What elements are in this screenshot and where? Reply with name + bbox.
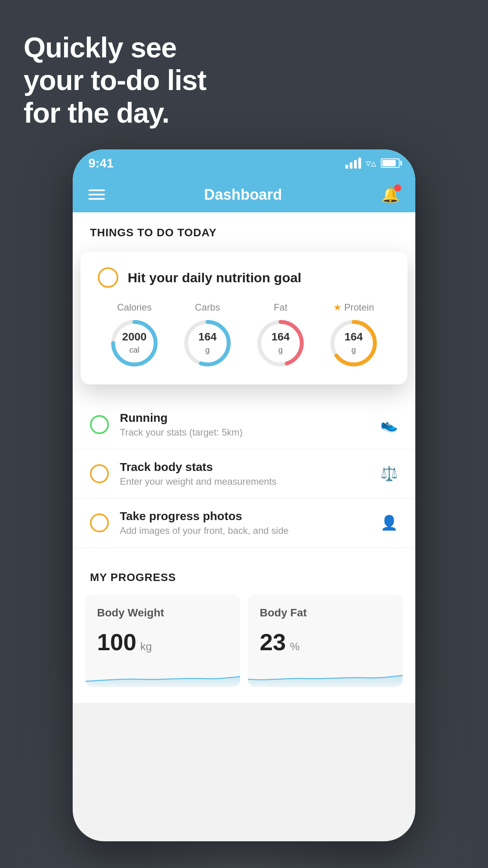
card-title-row: Hit your daily nutrition goal xyxy=(98,267,390,288)
running-title: Running xyxy=(120,411,369,425)
nutrition-carbs: Carbs 164 g xyxy=(182,302,233,369)
body-fat-value: 23 xyxy=(260,629,286,656)
body-weight-card[interactable]: Body Weight 100 kg xyxy=(85,595,240,687)
fat-label: Fat xyxy=(274,302,288,313)
progress-cards: Body Weight 100 kg xyxy=(73,595,415,703)
nutrition-row: Calories 2000 cal Carbs xyxy=(98,302,390,369)
protein-circle: 164 g xyxy=(328,318,379,369)
carbs-circle: 164 g xyxy=(182,318,233,369)
phone-mockup: 9:41 ▿▵ Dashboard 🔔 THINGS TO DO TOD xyxy=(73,149,415,841)
notification-bell[interactable]: 🔔 xyxy=(381,186,400,203)
todo-item-running[interactable]: Running Track your stats (target: 5km) 👟 xyxy=(73,400,415,449)
body-weight-value-row: 100 kg xyxy=(97,629,228,656)
task-circle-nutrition[interactable] xyxy=(98,267,118,288)
status-bar: 9:41 ▿▵ xyxy=(73,149,415,177)
battery-icon xyxy=(381,158,400,168)
fat-circle: 164 g xyxy=(255,318,306,369)
body-weight-chart xyxy=(85,664,240,687)
body-stats-circle xyxy=(90,464,109,483)
fat-value: 164 g xyxy=(272,331,290,355)
calories-value: 2000 cal xyxy=(122,331,147,355)
progress-header: MY PROGRESS xyxy=(73,571,415,595)
hero-text: Quickly see your to-do list for the day. xyxy=(24,31,206,129)
todo-list: Running Track your stats (target: 5km) 👟… xyxy=(73,400,415,548)
nav-title: Dashboard xyxy=(204,186,282,203)
body-stats-subtitle: Enter your weight and measurements xyxy=(120,476,369,487)
wifi-icon: ▿▵ xyxy=(366,157,376,169)
nutrition-protein: ★ Protein 164 g xyxy=(328,302,379,369)
content-area: THINGS TO DO TODAY Hit your daily nutrit… xyxy=(73,212,415,703)
protein-label-row: ★ Protein xyxy=(333,302,374,313)
photos-subtitle: Add images of your front, back, and side xyxy=(120,525,369,536)
nutrition-calories: Calories 2000 cal xyxy=(109,302,160,369)
body-stats-title: Track body stats xyxy=(120,460,369,474)
body-fat-unit: % xyxy=(290,640,300,653)
running-icon: 👟 xyxy=(380,416,398,433)
body-stats-text: Track body stats Enter your weight and m… xyxy=(120,460,369,487)
hero-line3: for the day. xyxy=(24,97,206,129)
calories-label: Calories xyxy=(117,302,152,313)
progress-section: MY PROGRESS Body Weight 100 kg xyxy=(73,555,415,703)
card-title: Hit your daily nutrition goal xyxy=(128,270,301,285)
hero-line2: your to-do list xyxy=(24,64,206,97)
signal-icon xyxy=(345,158,361,169)
photos-title: Take progress photos xyxy=(120,509,369,523)
photos-text: Take progress photos Add images of your … xyxy=(120,509,369,536)
body-fat-title: Body Fat xyxy=(260,607,391,619)
things-header: THINGS TO DO TODAY xyxy=(73,212,415,247)
hamburger-menu[interactable] xyxy=(88,189,105,200)
body-weight-title: Body Weight xyxy=(97,607,228,619)
protein-label: Protein xyxy=(344,302,374,313)
protein-value: 164 g xyxy=(345,331,363,355)
carbs-label: Carbs xyxy=(195,302,220,313)
body-fat-value-row: 23 % xyxy=(260,629,391,656)
running-text: Running Track your stats (target: 5km) xyxy=(120,411,369,438)
nutrition-card: Hit your daily nutrition goal Calories 2… xyxy=(81,252,407,384)
calories-circle: 2000 cal xyxy=(109,318,160,369)
protein-star: ★ xyxy=(333,302,342,313)
body-fat-chart xyxy=(248,664,403,687)
scale-icon: ⚖️ xyxy=(380,465,398,482)
hero-line1: Quickly see xyxy=(24,31,206,64)
todo-item-body-stats[interactable]: Track body stats Enter your weight and m… xyxy=(73,449,415,498)
nav-bar: Dashboard 🔔 xyxy=(73,177,415,212)
nutrition-fat: Fat 164 g xyxy=(255,302,306,369)
running-circle xyxy=(90,415,109,434)
body-fat-card[interactable]: Body Fat 23 % xyxy=(248,595,403,687)
running-subtitle: Track your stats (target: 5km) xyxy=(120,427,369,438)
todo-item-photos[interactable]: Take progress photos Add images of your … xyxy=(73,498,415,548)
status-time: 9:41 xyxy=(88,156,114,171)
person-icon: 👤 xyxy=(380,515,398,531)
notification-dot xyxy=(394,184,401,191)
status-icons: ▿▵ xyxy=(345,157,400,169)
carbs-value: 164 g xyxy=(198,331,217,355)
photos-circle xyxy=(90,513,109,532)
body-weight-value: 100 xyxy=(97,629,136,656)
body-weight-unit: kg xyxy=(140,640,152,653)
